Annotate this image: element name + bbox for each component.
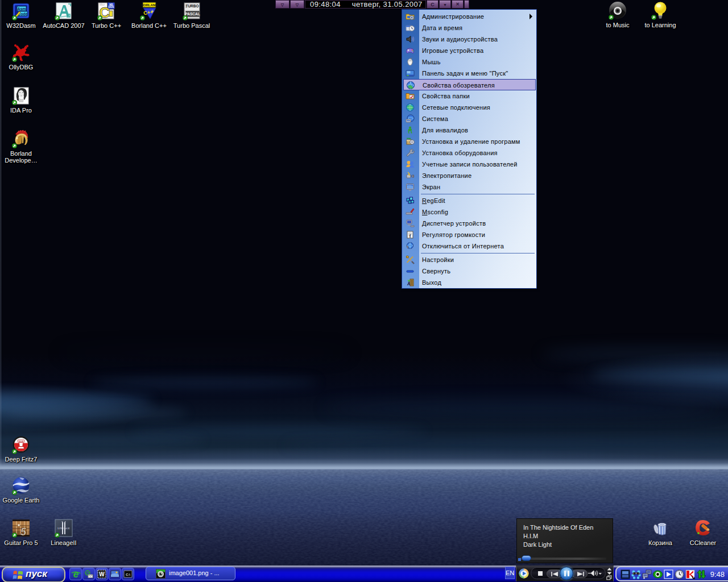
svg-text:TURBO: TURBO xyxy=(185,4,198,8)
svg-text:LINEAGE: LINEAGE xyxy=(57,527,70,530)
svg-text:e: e xyxy=(73,569,78,579)
svg-text:BORLAND: BORLAND xyxy=(141,3,159,7)
svg-text:@: @ xyxy=(85,571,89,575)
svg-text:Asm: Asm xyxy=(17,7,26,11)
svg-text:5: 5 xyxy=(20,526,27,537)
svg-text:W: W xyxy=(99,571,105,577)
svg-text:f: f xyxy=(410,234,411,239)
svg-text:C:\: C:\ xyxy=(126,573,130,576)
